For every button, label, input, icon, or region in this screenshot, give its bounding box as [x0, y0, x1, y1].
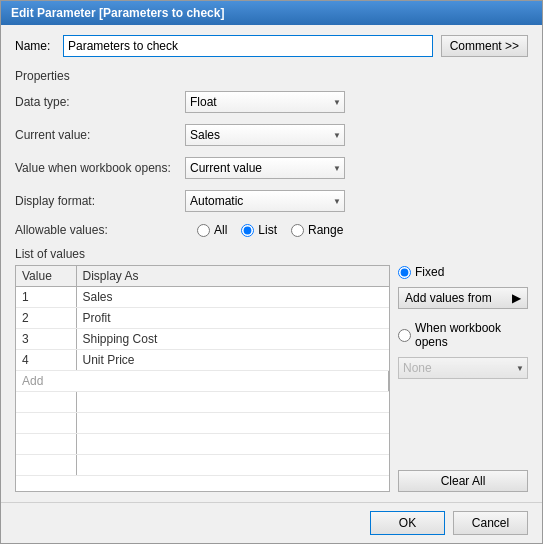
table-row[interactable]: 2 Profit: [16, 308, 389, 329]
row-display: Sales: [76, 287, 389, 308]
radio-all-label: All: [214, 223, 227, 237]
workbook-opens-label: Value when workbook opens:: [15, 161, 185, 175]
row-display: Unit Price: [76, 350, 389, 371]
current-value-row: Current value: Sales: [15, 124, 528, 146]
row-display: Profit: [76, 308, 389, 329]
col-header-value: Value: [16, 266, 76, 287]
list-table: Value Display As 1 Sales 2 Profit: [16, 266, 389, 476]
current-value-select-wrapper: Sales: [185, 124, 345, 146]
radio-list[interactable]: List: [241, 223, 277, 237]
row-value: 4: [16, 350, 76, 371]
workbook-opens-row: Value when workbook opens: Current value: [15, 157, 528, 179]
name-input[interactable]: [63, 35, 433, 57]
data-type-select-wrapper: Float: [185, 91, 345, 113]
list-section: List of values Value Display As 1: [15, 247, 390, 492]
current-value-select[interactable]: Sales: [185, 124, 345, 146]
add-row[interactable]: Add: [16, 371, 389, 392]
button-row: OK Cancel: [1, 502, 542, 543]
row-display: Shipping Cost: [76, 329, 389, 350]
none-select-wrapper: None: [398, 357, 528, 379]
workbook-opens-select-wrapper: Current value: [185, 157, 345, 179]
empty-row: [16, 455, 389, 476]
empty-row: [16, 392, 389, 413]
radio-list-input[interactable]: [241, 224, 254, 237]
name-row: Name: Comment >>: [15, 35, 528, 57]
radio-range-label: Range: [308, 223, 343, 237]
main-area: List of values Value Display As 1: [15, 247, 528, 492]
current-value-label: Current value:: [15, 128, 185, 142]
row-value: 1: [16, 287, 76, 308]
radio-range[interactable]: Range: [291, 223, 343, 237]
display-format-label: Display format:: [15, 194, 185, 208]
clear-all-button[interactable]: Clear All: [398, 470, 528, 492]
add-values-arrow-icon: ▶: [512, 291, 521, 305]
display-format-select[interactable]: Automatic: [185, 190, 345, 212]
dialog-content: Name: Comment >> Properties Data type: F…: [1, 25, 542, 502]
row-value: 3: [16, 329, 76, 350]
radio-all[interactable]: All: [197, 223, 227, 237]
add-label: Add: [16, 371, 389, 392]
radio-all-input[interactable]: [197, 224, 210, 237]
table-row[interactable]: 3 Shipping Cost: [16, 329, 389, 350]
properties-label: Properties: [15, 69, 528, 83]
allowable-label: Allowable values:: [15, 223, 185, 237]
title-bar: Edit Parameter [Parameters to check]: [1, 1, 542, 25]
when-radio[interactable]: [398, 329, 411, 342]
display-format-select-wrapper: Automatic: [185, 190, 345, 212]
name-label: Name:: [15, 39, 55, 53]
workbook-opens-select[interactable]: Current value: [185, 157, 345, 179]
cancel-button[interactable]: Cancel: [453, 511, 528, 535]
ok-button[interactable]: OK: [370, 511, 445, 535]
radio-range-input[interactable]: [291, 224, 304, 237]
dialog-window: Edit Parameter [Parameters to check] Nam…: [0, 0, 543, 544]
fixed-row: Fixed: [398, 265, 528, 279]
none-select[interactable]: None: [398, 357, 528, 379]
fixed-label: Fixed: [415, 265, 444, 279]
list-table-wrapper: Value Display As 1 Sales 2 Profit: [15, 265, 390, 492]
when-label: When workbook opens: [415, 321, 528, 349]
row-value: 2: [16, 308, 76, 329]
add-values-label: Add values from: [405, 291, 492, 305]
table-row[interactable]: 1 Sales: [16, 287, 389, 308]
empty-row: [16, 413, 389, 434]
table-row[interactable]: 4 Unit Price: [16, 350, 389, 371]
radio-list-label: List: [258, 223, 277, 237]
data-type-row: Data type: Float: [15, 91, 528, 113]
comment-button[interactable]: Comment >>: [441, 35, 528, 57]
dialog-title: Edit Parameter [Parameters to check]: [11, 6, 224, 20]
fixed-radio[interactable]: [398, 266, 411, 279]
list-of-values-label: List of values: [15, 247, 390, 261]
allowable-row: Allowable values: All List Range: [15, 223, 528, 237]
col-header-display: Display As: [76, 266, 389, 287]
right-panel: Fixed Add values from ▶ When workbook op…: [398, 247, 528, 492]
display-format-row: Display format: Automatic: [15, 190, 528, 212]
add-values-from-button[interactable]: Add values from ▶: [398, 287, 528, 309]
data-type-label: Data type:: [15, 95, 185, 109]
when-row: When workbook opens: [398, 321, 528, 349]
data-type-select[interactable]: Float: [185, 91, 345, 113]
radio-group: All List Range: [197, 223, 343, 237]
empty-row: [16, 434, 389, 455]
